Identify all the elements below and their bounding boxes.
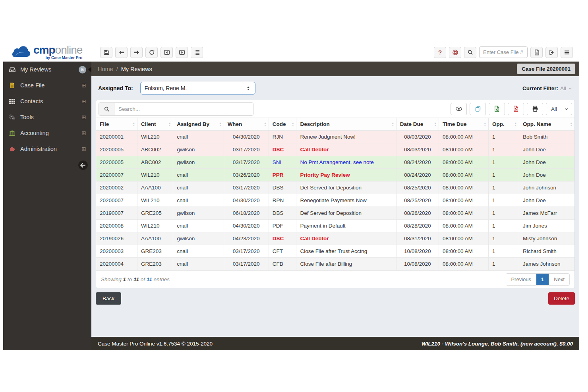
cell-client: GRE203 [137,258,173,270]
table-search-input[interactable] [114,103,253,115]
export-pdf-button[interactable] [508,103,524,115]
column-header-opp_name[interactable]: Opp. Name▲▼ [519,118,574,131]
cell-file: 20200003 [96,245,137,258]
cell-description: Call Debtor [296,232,396,245]
case-search-button[interactable] [464,47,476,58]
chevron-down-icon [568,86,573,91]
cell-date_due: 10/08/2020 [396,245,439,258]
table-row[interactable]: 20200008WIL210cnall04/30/2020PDFPayment … [96,220,574,232]
sort-icon[interactable]: ▲▼ [292,122,294,127]
column-header-assigned_by[interactable]: Assigned By▲▼ [173,118,224,131]
sort-icon[interactable]: ▲▼ [391,122,394,127]
help-button[interactable]: ? [434,47,446,58]
next-record-button[interactable] [176,47,188,58]
case-file-input[interactable] [479,46,528,58]
document-button[interactable] [530,47,543,58]
collapse-sidebar-button[interactable] [78,160,88,170]
sort-icon[interactable]: ▲▼ [514,122,516,127]
previous-page-button[interactable]: Previous [506,274,536,285]
export-excel-button[interactable] [489,103,505,115]
table-row[interactable]: 20200007WIL210cnall04/30/2020RPNRenegoti… [96,194,574,207]
cell-time_due: 08:00:00 AM [439,131,488,143]
app-window: cmponline by Case Master Pro [3,43,579,350]
cell-time_due: 08:00:00 AM [439,143,488,156]
sort-icon[interactable]: ▲▼ [484,122,486,127]
cell-opp: 1 [488,245,519,258]
table-row[interactable]: 20200005ABC002gwilson03/17/2020SNINo Pmt… [96,156,574,169]
sort-icon[interactable]: ▲▼ [133,122,135,127]
sidebar-item-tools[interactable]: Tools ⊞ [3,109,91,125]
table-search-button[interactable] [99,103,114,115]
logout-button[interactable] [545,47,558,58]
column-header-code[interactable]: Code▲▼ [269,118,296,131]
column-visibility-button[interactable] [451,103,467,115]
cell-opp: 1 [488,232,519,245]
sidebar-item-label: My Reviews [20,66,79,73]
cell-opp: 1 [488,258,519,270]
print-button[interactable] [527,103,543,115]
sidebar-item-accounting[interactable]: Accounting ⊞ [3,125,91,141]
table-row[interactable]: 20200005ABC002gwilson03/17/2020DSCCall D… [96,143,574,156]
sidebar-item-administration[interactable]: Administration ⊞ [3,141,91,157]
sort-icon[interactable]: ▲▼ [168,122,171,127]
column-header-description[interactable]: Description▲▼ [296,118,396,131]
column-header-opp[interactable]: Opp.▲▼ [488,118,519,131]
data-panel: All File▲▼Client▲▼Assigned By▲▼When▲▼Cod… [96,100,575,288]
cell-client: WIL210 [137,194,173,207]
column-header-file[interactable]: File▲▼ [96,118,137,131]
expand-plus-icon[interactable]: ⊞ [81,98,86,104]
sidebar-item-case-file[interactable]: Case File ⊞ [3,77,91,93]
cell-client: WIL210 [137,220,173,232]
list-view-button[interactable] [191,47,203,58]
sidebar-item-my-reviews[interactable]: My Reviews 5 [3,62,91,77]
expand-plus-icon[interactable]: ⊞ [81,130,86,136]
sidebar-item-contacts[interactable]: Contacts ⊞ [3,93,91,109]
column-header-date_due[interactable]: Date Due▲▼ [396,118,439,131]
sort-icon[interactable]: ▲▼ [434,122,436,127]
table-row[interactable]: 20200003GRE203cnall03/17/2020CFTClose Fi… [96,245,574,258]
breadcrumb-home-link[interactable]: Home [98,66,113,72]
help-icon: ? [438,49,442,56]
expand-plus-icon[interactable]: ⊞ [81,146,86,152]
table-row[interactable]: 20200002AAA100cnall03/17/2020DBSDef Serv… [96,182,574,194]
menu-button[interactable] [561,47,573,58]
column-header-when[interactable]: When▲▼ [224,118,269,131]
table-row[interactable]: 20200004GRE203cnall03/17/2020CFBClose Fi… [96,258,574,270]
table-header-row: File▲▼Client▲▼Assigned By▲▼When▲▼Code▲▼D… [96,118,574,131]
table-row[interactable]: 20190026AAA100gwilson04/23/2020DSCCall D… [96,232,574,245]
assigned-to-select[interactable]: Folsom, Rene M. [140,82,255,95]
previous-record-button[interactable] [161,47,173,58]
save-icon [103,49,110,56]
back-nav-button[interactable] [115,47,128,58]
breadcrumb: Home / My Reviews Case File 20200001 [91,62,579,76]
case-file-button[interactable]: Case File 20200001 [517,64,575,74]
back-button[interactable]: Back [96,292,121,305]
toolbar-button-group [100,47,203,58]
save-button[interactable] [100,47,112,58]
support-button[interactable] [449,47,461,58]
cell-time_due: 08:00:00 AM [439,207,488,220]
sort-icon[interactable]: ▲▼ [219,122,221,127]
sort-icon[interactable]: ▲▼ [264,122,266,127]
expand-plus-icon[interactable]: ⊞ [81,82,86,89]
forward-nav-button[interactable] [130,47,143,58]
table-row[interactable]: 20200007WIL210cnall03/26/2020PPRPriority… [96,169,574,182]
cell-code: DBS [269,207,296,220]
page-number-button[interactable]: 1 [536,274,549,285]
delete-button[interactable]: Delete [548,292,575,305]
table-row[interactable]: 20190007GRE205gwilson06/18/2020DBSDef Se… [96,207,574,220]
sort-icon[interactable]: ▲▼ [570,122,573,127]
expand-plus-icon[interactable]: ⊞ [81,114,86,120]
column-header-client[interactable]: Client▲▼ [137,118,173,131]
cell-date_due: 08/28/2020 [396,220,439,232]
sidebar: My Reviews 5 Case File ⊞ Contacts ⊞ [3,62,91,350]
refresh-button[interactable] [145,47,158,58]
inbox-icon [8,66,16,73]
next-page-button[interactable]: Next [549,274,569,285]
current-filter-value[interactable]: All [560,85,566,91]
column-header-time_due[interactable]: Time Due▲▼ [439,118,488,131]
export-scope-select[interactable]: All [546,103,572,115]
cell-date_due: 08/03/2020 [396,143,439,156]
copy-button[interactable] [470,103,486,115]
table-row[interactable]: 20200001WIL210cnall04/30/2020RJNRenew Ju… [96,131,574,143]
